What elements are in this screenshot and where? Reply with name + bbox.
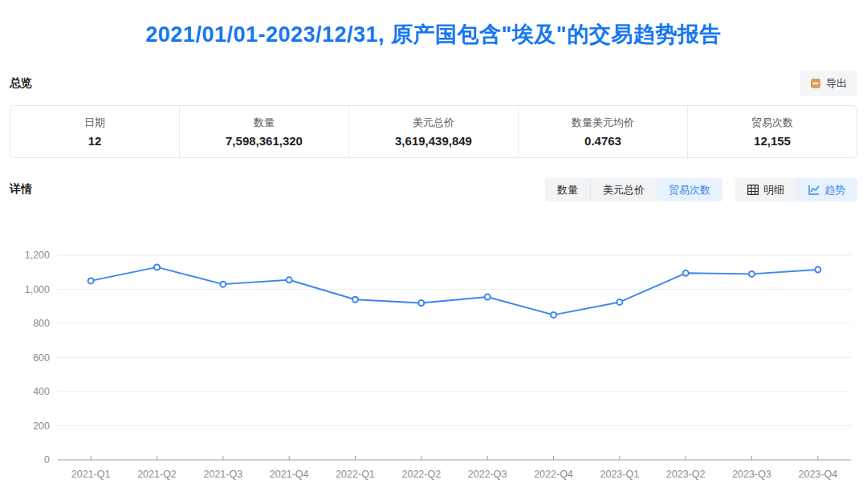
stat-value: 7,598,361,320 xyxy=(226,134,303,148)
details-heading: 详情 xyxy=(10,182,32,197)
trend-line-chart-svg: 02004006008001,0001,2002021-Q12021-Q2202… xyxy=(10,242,857,492)
overview-heading: 总览 xyxy=(10,76,32,91)
svg-text:2022-Q3: 2022-Q3 xyxy=(468,469,507,480)
svg-text:800: 800 xyxy=(33,318,50,329)
tab-trade-count[interactable]: 贸易次数 xyxy=(657,178,722,201)
stat-label: 美元总价 xyxy=(413,116,454,130)
svg-text:2021-Q4: 2021-Q4 xyxy=(270,469,309,480)
svg-text:2022-Q4: 2022-Q4 xyxy=(534,469,573,480)
svg-text:2023-Q2: 2023-Q2 xyxy=(666,469,706,480)
table-icon xyxy=(747,185,759,195)
stat-label: 数量美元均价 xyxy=(572,116,634,130)
svg-text:2022-Q2: 2022-Q2 xyxy=(402,469,442,480)
stat-value: 12 xyxy=(88,134,102,148)
stat-usd-total: 美元总价 3,619,439,849 xyxy=(348,106,518,157)
export-button[interactable]: 导出 xyxy=(800,71,857,96)
stat-value: 0.4763 xyxy=(584,134,621,148)
stat-value: 12,155 xyxy=(754,134,791,148)
svg-text:2021-Q2: 2021-Q2 xyxy=(137,469,177,480)
tab-area: 数量 美元总价 贸易次数 xyxy=(545,178,857,201)
stat-label: 日期 xyxy=(84,116,105,130)
overview-stats-card: 日期 12 数量 7,598,361,320 美元总价 3,619,439,84… xyxy=(10,105,857,158)
svg-text:2021-Q1: 2021-Q1 xyxy=(71,469,111,480)
stat-label: 贸易次数 xyxy=(751,116,793,130)
svg-text:2021-Q3: 2021-Q3 xyxy=(204,469,243,480)
export-icon xyxy=(810,78,821,89)
tab-usd-total[interactable]: 美元总价 xyxy=(590,178,657,201)
svg-text:600: 600 xyxy=(33,352,50,364)
details-header: 详情 数量 美元总价 贸易次数 xyxy=(10,177,857,201)
svg-text:200: 200 xyxy=(33,421,50,432)
stat-avg-usd-price: 数量美元均价 0.4763 xyxy=(518,106,687,157)
svg-text:1,000: 1,000 xyxy=(25,284,50,295)
view-tab-group: 明细 趋势 xyxy=(735,178,857,201)
trend-icon xyxy=(808,185,820,195)
overview-header: 总览 导出 xyxy=(10,71,857,96)
trend-chart: 02004006008001,0001,2002021-Q12021-Q2202… xyxy=(10,242,857,495)
metric-tab-group: 数量 美元总价 贸易次数 xyxy=(545,178,722,201)
svg-text:2023-Q1: 2023-Q1 xyxy=(600,469,640,480)
svg-text:2022-Q1: 2022-Q1 xyxy=(336,469,375,480)
tab-trend-view[interactable]: 趋势 xyxy=(796,178,857,201)
svg-text:1,200: 1,200 xyxy=(25,250,50,261)
page-title: 2021/01/01-2023/12/31, 原产国包含"埃及"的交易趋势报告 xyxy=(0,0,867,49)
stat-value: 3,619,439,849 xyxy=(395,134,472,148)
svg-text:2023-Q3: 2023-Q3 xyxy=(732,469,771,480)
tab-detail-label: 明细 xyxy=(763,185,784,195)
stat-label: 数量 xyxy=(254,116,275,130)
stat-trade-count: 贸易次数 12,155 xyxy=(687,106,857,157)
svg-text:2023-Q4: 2023-Q4 xyxy=(799,469,838,480)
stat-quantity: 数量 7,598,361,320 xyxy=(179,106,348,157)
svg-text:0: 0 xyxy=(44,454,50,465)
svg-text:400: 400 xyxy=(33,386,50,397)
stat-date: 日期 12 xyxy=(10,106,179,157)
tab-detail-view[interactable]: 明细 xyxy=(735,178,796,201)
trade-trend-report-page: 2021/01/01-2023/12/31, 原产国包含"埃及"的交易趋势报告 … xyxy=(0,0,867,495)
tab-quantity[interactable]: 数量 xyxy=(545,178,590,201)
tab-trend-label: 趋势 xyxy=(824,185,845,195)
export-button-label: 导出 xyxy=(826,76,847,91)
